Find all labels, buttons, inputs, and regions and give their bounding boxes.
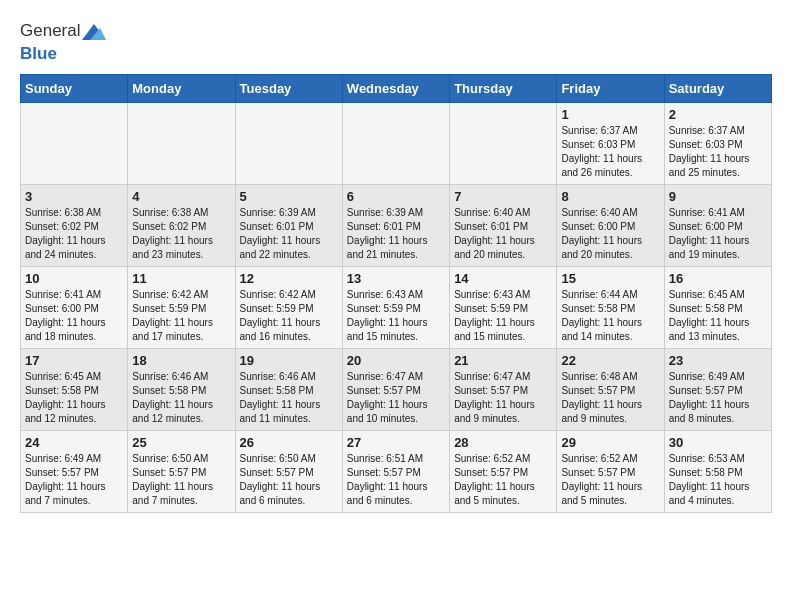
day-of-week-header: Sunday xyxy=(21,75,128,103)
day-number: 5 xyxy=(240,189,338,204)
day-number: 14 xyxy=(454,271,552,286)
logo-blue: Blue xyxy=(20,44,106,64)
day-info: Sunrise: 6:41 AM Sunset: 6:00 PM Dayligh… xyxy=(25,288,123,344)
day-info: Sunrise: 6:40 AM Sunset: 6:00 PM Dayligh… xyxy=(561,206,659,262)
day-info: Sunrise: 6:46 AM Sunset: 5:58 PM Dayligh… xyxy=(240,370,338,426)
calendar-cell: 26Sunrise: 6:50 AM Sunset: 5:57 PM Dayli… xyxy=(235,431,342,513)
calendar-cell: 14Sunrise: 6:43 AM Sunset: 5:59 PM Dayli… xyxy=(450,267,557,349)
day-number: 4 xyxy=(132,189,230,204)
day-number: 6 xyxy=(347,189,445,204)
logo-icon xyxy=(82,20,106,44)
day-info: Sunrise: 6:45 AM Sunset: 5:58 PM Dayligh… xyxy=(25,370,123,426)
day-info: Sunrise: 6:45 AM Sunset: 5:58 PM Dayligh… xyxy=(669,288,767,344)
day-info: Sunrise: 6:50 AM Sunset: 5:57 PM Dayligh… xyxy=(132,452,230,508)
day-number: 17 xyxy=(25,353,123,368)
day-number: 2 xyxy=(669,107,767,122)
calendar-cell: 29Sunrise: 6:52 AM Sunset: 5:57 PM Dayli… xyxy=(557,431,664,513)
day-number: 24 xyxy=(25,435,123,450)
calendar-cell: 23Sunrise: 6:49 AM Sunset: 5:57 PM Dayli… xyxy=(664,349,771,431)
calendar-table: SundayMondayTuesdayWednesdayThursdayFrid… xyxy=(20,74,772,513)
calendar-cell: 18Sunrise: 6:46 AM Sunset: 5:58 PM Dayli… xyxy=(128,349,235,431)
day-info: Sunrise: 6:39 AM Sunset: 6:01 PM Dayligh… xyxy=(240,206,338,262)
day-info: Sunrise: 6:42 AM Sunset: 5:59 PM Dayligh… xyxy=(240,288,338,344)
day-info: Sunrise: 6:43 AM Sunset: 5:59 PM Dayligh… xyxy=(347,288,445,344)
day-info: Sunrise: 6:43 AM Sunset: 5:59 PM Dayligh… xyxy=(454,288,552,344)
calendar-cell xyxy=(21,103,128,185)
day-info: Sunrise: 6:42 AM Sunset: 5:59 PM Dayligh… xyxy=(132,288,230,344)
day-of-week-header: Wednesday xyxy=(342,75,449,103)
day-info: Sunrise: 6:46 AM Sunset: 5:58 PM Dayligh… xyxy=(132,370,230,426)
day-info: Sunrise: 6:40 AM Sunset: 6:01 PM Dayligh… xyxy=(454,206,552,262)
day-info: Sunrise: 6:52 AM Sunset: 5:57 PM Dayligh… xyxy=(561,452,659,508)
logo: General Blue xyxy=(20,20,106,64)
calendar-cell: 21Sunrise: 6:47 AM Sunset: 5:57 PM Dayli… xyxy=(450,349,557,431)
day-of-week-header: Thursday xyxy=(450,75,557,103)
day-number: 26 xyxy=(240,435,338,450)
calendar-cell xyxy=(128,103,235,185)
calendar-cell: 17Sunrise: 6:45 AM Sunset: 5:58 PM Dayli… xyxy=(21,349,128,431)
calendar-cell: 10Sunrise: 6:41 AM Sunset: 6:00 PM Dayli… xyxy=(21,267,128,349)
day-number: 30 xyxy=(669,435,767,450)
day-number: 11 xyxy=(132,271,230,286)
day-number: 7 xyxy=(454,189,552,204)
day-number: 18 xyxy=(132,353,230,368)
day-number: 22 xyxy=(561,353,659,368)
calendar-cell: 25Sunrise: 6:50 AM Sunset: 5:57 PM Dayli… xyxy=(128,431,235,513)
day-number: 19 xyxy=(240,353,338,368)
day-number: 16 xyxy=(669,271,767,286)
calendar-cell: 6Sunrise: 6:39 AM Sunset: 6:01 PM Daylig… xyxy=(342,185,449,267)
day-of-week-header: Tuesday xyxy=(235,75,342,103)
day-number: 10 xyxy=(25,271,123,286)
day-info: Sunrise: 6:37 AM Sunset: 6:03 PM Dayligh… xyxy=(669,124,767,180)
calendar-cell: 4Sunrise: 6:38 AM Sunset: 6:02 PM Daylig… xyxy=(128,185,235,267)
logo-text: General Blue xyxy=(20,20,106,64)
day-info: Sunrise: 6:39 AM Sunset: 6:01 PM Dayligh… xyxy=(347,206,445,262)
day-info: Sunrise: 6:53 AM Sunset: 5:58 PM Dayligh… xyxy=(669,452,767,508)
calendar-body: 1Sunrise: 6:37 AM Sunset: 6:03 PM Daylig… xyxy=(21,103,772,513)
calendar-cell: 1Sunrise: 6:37 AM Sunset: 6:03 PM Daylig… xyxy=(557,103,664,185)
calendar-cell xyxy=(342,103,449,185)
day-of-week-header: Friday xyxy=(557,75,664,103)
day-info: Sunrise: 6:50 AM Sunset: 5:57 PM Dayligh… xyxy=(240,452,338,508)
day-of-week-header: Saturday xyxy=(664,75,771,103)
day-info: Sunrise: 6:41 AM Sunset: 6:00 PM Dayligh… xyxy=(669,206,767,262)
day-number: 23 xyxy=(669,353,767,368)
day-number: 21 xyxy=(454,353,552,368)
calendar-cell: 3Sunrise: 6:38 AM Sunset: 6:02 PM Daylig… xyxy=(21,185,128,267)
day-info: Sunrise: 6:49 AM Sunset: 5:57 PM Dayligh… xyxy=(669,370,767,426)
calendar-cell: 12Sunrise: 6:42 AM Sunset: 5:59 PM Dayli… xyxy=(235,267,342,349)
calendar-cell: 28Sunrise: 6:52 AM Sunset: 5:57 PM Dayli… xyxy=(450,431,557,513)
day-number: 25 xyxy=(132,435,230,450)
logo-general: General xyxy=(20,21,80,40)
day-of-week-header: Monday xyxy=(128,75,235,103)
calendar-cell: 15Sunrise: 6:44 AM Sunset: 5:58 PM Dayli… xyxy=(557,267,664,349)
calendar-week-row: 3Sunrise: 6:38 AM Sunset: 6:02 PM Daylig… xyxy=(21,185,772,267)
calendar-cell xyxy=(235,103,342,185)
day-info: Sunrise: 6:47 AM Sunset: 5:57 PM Dayligh… xyxy=(454,370,552,426)
day-info: Sunrise: 6:52 AM Sunset: 5:57 PM Dayligh… xyxy=(454,452,552,508)
day-info: Sunrise: 6:49 AM Sunset: 5:57 PM Dayligh… xyxy=(25,452,123,508)
calendar-week-row: 10Sunrise: 6:41 AM Sunset: 6:00 PM Dayli… xyxy=(21,267,772,349)
day-number: 15 xyxy=(561,271,659,286)
page-header: General Blue xyxy=(20,20,772,64)
calendar-cell: 22Sunrise: 6:48 AM Sunset: 5:57 PM Dayli… xyxy=(557,349,664,431)
day-number: 9 xyxy=(669,189,767,204)
calendar-cell: 27Sunrise: 6:51 AM Sunset: 5:57 PM Dayli… xyxy=(342,431,449,513)
calendar-cell: 11Sunrise: 6:42 AM Sunset: 5:59 PM Dayli… xyxy=(128,267,235,349)
day-number: 12 xyxy=(240,271,338,286)
calendar-cell: 5Sunrise: 6:39 AM Sunset: 6:01 PM Daylig… xyxy=(235,185,342,267)
day-number: 29 xyxy=(561,435,659,450)
calendar-cell: 24Sunrise: 6:49 AM Sunset: 5:57 PM Dayli… xyxy=(21,431,128,513)
day-info: Sunrise: 6:51 AM Sunset: 5:57 PM Dayligh… xyxy=(347,452,445,508)
day-number: 8 xyxy=(561,189,659,204)
calendar-cell xyxy=(450,103,557,185)
calendar-cell: 9Sunrise: 6:41 AM Sunset: 6:00 PM Daylig… xyxy=(664,185,771,267)
calendar-cell: 19Sunrise: 6:46 AM Sunset: 5:58 PM Dayli… xyxy=(235,349,342,431)
day-info: Sunrise: 6:37 AM Sunset: 6:03 PM Dayligh… xyxy=(561,124,659,180)
day-info: Sunrise: 6:47 AM Sunset: 5:57 PM Dayligh… xyxy=(347,370,445,426)
day-info: Sunrise: 6:44 AM Sunset: 5:58 PM Dayligh… xyxy=(561,288,659,344)
days-of-week-row: SundayMondayTuesdayWednesdayThursdayFrid… xyxy=(21,75,772,103)
day-info: Sunrise: 6:38 AM Sunset: 6:02 PM Dayligh… xyxy=(25,206,123,262)
day-number: 13 xyxy=(347,271,445,286)
calendar-cell: 7Sunrise: 6:40 AM Sunset: 6:01 PM Daylig… xyxy=(450,185,557,267)
